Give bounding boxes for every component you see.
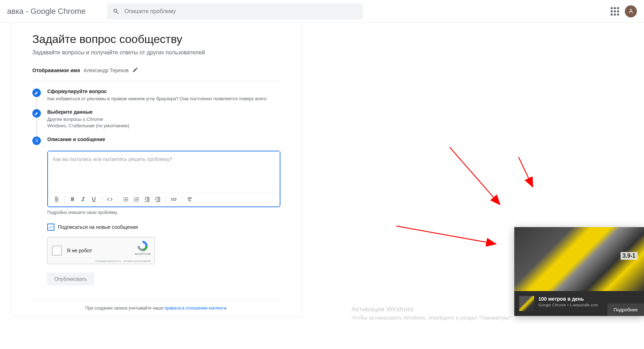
step-3: 3 Описание и сообщение bbox=[32, 136, 280, 146]
header: авка - Google Chrome А bbox=[0, 0, 644, 23]
svg-line-1 bbox=[450, 147, 499, 204]
search-input[interactable] bbox=[124, 8, 357, 15]
display-name-value: Александр Терехов bbox=[84, 68, 129, 73]
description-textarea[interactable] bbox=[48, 151, 280, 190]
svg-line-2 bbox=[519, 157, 532, 186]
helper-text: Подробно опишите свою проблему. bbox=[47, 210, 280, 215]
recaptcha[interactable]: Я не робот reCAPTCHA Конфиденциальность … bbox=[47, 237, 155, 264]
step-2-title: Выберите данные bbox=[47, 109, 280, 115]
edit-icon[interactable] bbox=[132, 66, 139, 74]
apps-icon[interactable] bbox=[611, 7, 619, 16]
pencil-icon bbox=[34, 111, 39, 116]
content-rules-link[interactable]: правила в отношении контента bbox=[165, 306, 226, 311]
bullet-list-icon[interactable] bbox=[121, 194, 131, 204]
display-name-row: Отображаемое имя Александр Терехов bbox=[32, 66, 280, 81]
subscribe-row[interactable]: Подписаться на новые сообщения bbox=[47, 224, 280, 231]
recaptcha-terms: Конфиденциальность - Условия использован… bbox=[96, 260, 151, 262]
attach-icon[interactable] bbox=[52, 194, 61, 204]
italic-icon[interactable] bbox=[78, 194, 88, 204]
recaptcha-checkbox[interactable] bbox=[52, 246, 62, 256]
check-icon bbox=[48, 225, 53, 230]
link-icon[interactable] bbox=[169, 194, 179, 204]
step-badge-done bbox=[32, 88, 41, 97]
step-2-desc2: Windows, Стабильная (по умолчанию) bbox=[47, 123, 280, 129]
underline-icon[interactable] bbox=[89, 194, 99, 204]
editor-box bbox=[47, 151, 280, 207]
footer-note: При создании записи учитывайте наши прав… bbox=[32, 300, 280, 316]
step-2[interactable]: Выберите данные Другие вопросы о Chrome … bbox=[32, 109, 280, 132]
code-icon[interactable] bbox=[105, 194, 115, 204]
avatar[interactable]: А bbox=[625, 5, 637, 17]
main-heading: Задайте вопрос сообществу bbox=[32, 33, 280, 46]
subscribe-label: Подписаться на новые сообщения bbox=[58, 224, 138, 230]
notification-title: 100 метров в день bbox=[538, 296, 598, 302]
step-1-desc: Как избавиться от рекламы в правом нижне… bbox=[47, 96, 280, 102]
step-badge-current: 3 bbox=[32, 136, 41, 145]
notification-more-button[interactable]: Подробнее bbox=[607, 304, 644, 316]
page-title: авка - Google Chrome bbox=[7, 7, 86, 16]
notification-body: 100 метров в день Google Chrome • 1.wepu… bbox=[514, 291, 644, 316]
notification-source: Google Chrome • 1.wepundle.com bbox=[538, 303, 598, 307]
search-box[interactable] bbox=[107, 3, 363, 20]
bold-icon[interactable] bbox=[68, 194, 77, 204]
notification-thumbnail bbox=[519, 296, 534, 311]
main-card: Задайте вопрос сообществу Задавайте вопр… bbox=[11, 23, 302, 317]
numbered-list-icon[interactable] bbox=[132, 194, 141, 204]
step-1-title: Сформулируйте вопрос bbox=[47, 88, 280, 94]
recaptcha-label: Я не робот bbox=[67, 248, 92, 253]
windows-activation-watermark: Активация Windows Чтобы активировать Win… bbox=[351, 305, 512, 321]
recaptcha-logo: reCAPTCHA bbox=[135, 240, 151, 256]
editor-toolbar bbox=[48, 192, 280, 206]
svg-line-3 bbox=[396, 226, 495, 244]
pipe-label: 3.9-1 bbox=[621, 252, 638, 260]
indent-decrease-icon[interactable] bbox=[142, 194, 152, 204]
sub-heading: Задавайте вопросы и получайте ответы от … bbox=[32, 49, 280, 56]
header-right: А bbox=[611, 5, 637, 17]
publish-button[interactable]: Опубликовать bbox=[47, 273, 94, 285]
pencil-icon bbox=[34, 90, 39, 95]
step-1[interactable]: Сформулируйте вопрос Как избавиться от р… bbox=[32, 88, 280, 105]
steps: Сформулируйте вопрос Как избавиться от р… bbox=[32, 88, 280, 146]
subscribe-checkbox[interactable] bbox=[47, 224, 54, 231]
indent-increase-icon[interactable] bbox=[153, 194, 163, 204]
step-2-desc1: Другие вопросы о Chrome bbox=[47, 116, 280, 123]
step-3-title: Описание и сообщение bbox=[47, 136, 280, 142]
ad-notification[interactable]: 3.9-1 100 метров в день Google Chrome • … bbox=[514, 227, 644, 316]
search-icon bbox=[113, 8, 119, 15]
notification-image: 3.9-1 bbox=[514, 227, 644, 291]
display-name-label: Отображаемое имя bbox=[32, 68, 80, 73]
step-badge-done bbox=[32, 109, 41, 118]
clear-format-icon[interactable] bbox=[185, 194, 195, 204]
